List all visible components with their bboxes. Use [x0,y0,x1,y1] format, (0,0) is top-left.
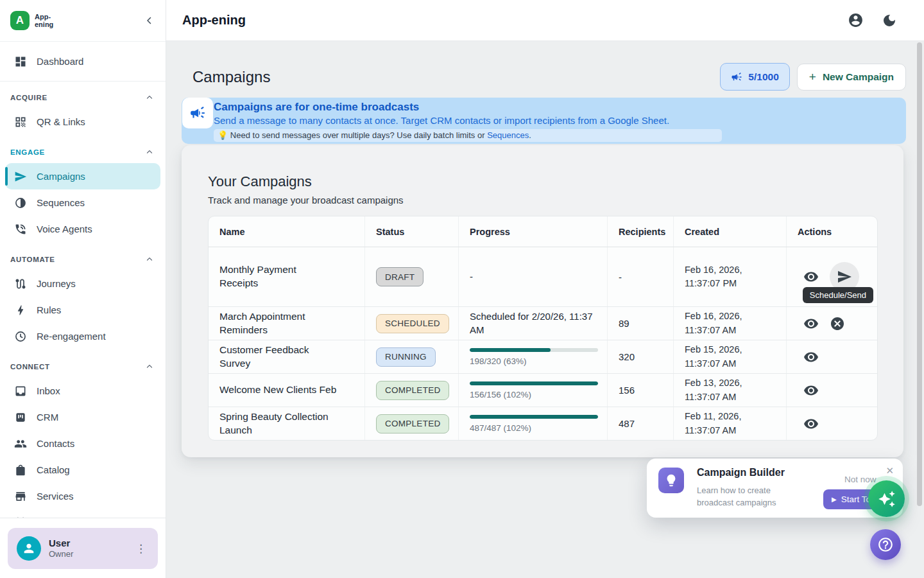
sequences-link[interactable]: Sequences [487,130,529,140]
campaign-quota-badge[interactable]: 5/1000 [720,63,789,91]
cancel-button[interactable] [830,316,845,331]
qr-code-icon [14,116,27,128]
shopping-bag-icon [14,464,27,477]
progress-bar [470,348,598,352]
progress-label: 156/156 (102%) [470,390,531,399]
progress-label: 198/320 (63%) [470,356,527,366]
megaphone-icon [731,71,742,83]
table-row: Welcome New Clients Feb COMPLETED 156/15… [209,373,877,407]
sidebar-item-label: Catalog [37,464,70,475]
status-badge: COMPLETED [376,414,449,434]
sidebar: A App-ening Dashboard ACQUIRE QR & Links… [0,0,166,578]
view-button[interactable] [803,316,819,331]
account-button[interactable] [848,12,864,28]
sidebar-item-dashboard[interactable]: Dashboard [5,48,160,74]
sidebar-item-crm[interactable]: CRM [5,404,160,430]
app-logo: A App-ening [10,11,53,30]
sidebar-item-appointments[interactable]: Appointments [5,509,160,518]
play-icon: ▶ [832,496,837,503]
eye-icon [803,349,819,365]
scrollbar-thumb[interactable] [917,42,922,506]
sidebar-item-label: Inbox [37,385,60,396]
progress-cell: 156/156 (102%) [459,374,608,407]
megaphone-icon [182,98,213,128]
progress-label: 487/487 (102%) [470,423,531,433]
sidebar-item-inbox[interactable]: Inbox [5,378,160,404]
user-menu-button[interactable]: ⋮ [133,541,149,557]
campaign-name: March Appointment Reminders [209,307,365,340]
sidebar-item-campaigns[interactable]: Campaigns [5,163,160,189]
cancel-icon [830,316,845,331]
table-header: Name Status Progress Recipients Created … [209,216,877,247]
popup-description: Learn how to create broadcast campaigns [697,485,800,509]
section-engage[interactable]: ENGAGE [0,143,166,163]
lightbulb-emoji: 💡 [218,130,228,140]
sidebar-item-services[interactable]: Services [5,483,160,509]
view-button[interactable] [803,416,819,432]
recipients-value: - [608,247,674,306]
progress-bar [470,381,598,385]
progress-bar [470,415,598,419]
ai-assistant-fab[interactable] [868,480,905,517]
user-card[interactable]: User Owner ⋮ [8,528,158,569]
phone-icon [14,223,27,236]
close-icon[interactable]: ✕ [886,465,894,477]
chevron-left-icon [144,15,155,26]
new-campaign-button[interactable]: + New Campaign [797,64,906,91]
sidebar-item-journeys[interactable]: Journeys [5,270,160,297]
popup-title: Campaign Builder [697,467,785,478]
sidebar-item-label: Re-engagement [37,331,106,342]
sidebar-item-qr-links[interactable]: QR & Links [5,109,160,135]
created-value: Feb 16, 2026,11:37:07 PM [674,247,787,306]
quota-text: 5/1000 [748,71,778,83]
section-acquire[interactable]: ACQUIRE [0,88,166,109]
campaign-name: Spring Beauty Collection Launch [209,407,365,440]
page-title: Campaigns [193,68,270,86]
sidebar-item-label: Dashboard [37,56,83,67]
status-badge: DRAFT [376,267,424,286]
view-button[interactable] [803,383,819,398]
recipients-value: 156 [608,374,674,407]
topbar: App-ening [166,0,924,41]
created-value: Feb 16, 2026,11:37:07 AM [674,307,787,340]
sidebar-header: A App-ening [0,0,166,41]
user-avatar [17,536,41,561]
info-banner: Campaigns are for one-time broadcasts Se… [182,98,906,144]
sidebar-item-label: QR & Links [37,116,85,127]
progress-value: Scheduled for 2/20/26, 11:37 AM [470,310,598,337]
sidebar-item-re-engagement[interactable]: Re-engagement [5,323,160,349]
created-value: Feb 13, 2026,11:37:07 AM [674,374,787,407]
campaign-builder-popup: Campaign Builder Learn how to create bro… [647,459,903,518]
sidebar-item-label: Sequences [37,197,85,208]
chevron-up-icon [145,148,154,157]
lightbulb-icon [658,468,684,493]
eye-icon [803,383,819,398]
progress-cell: 198/320 (63%) [459,340,608,373]
dark-mode-toggle[interactable] [882,13,897,28]
not-now-button[interactable]: Not now [844,475,877,484]
table-row: March Appointment Reminders SCHEDULED Sc… [209,306,877,340]
recipients-value: 320 [608,340,674,373]
sidebar-item-catalog[interactable]: Catalog [5,457,160,483]
table-row: Monthly Payment Receipts DRAFT - - Feb 1… [209,247,877,306]
question-mark-icon [877,536,894,553]
section-connect[interactable]: CONNECT [0,357,166,378]
sidebar-item-rules[interactable]: Rules [5,297,160,323]
sidebar-item-label: Contacts [37,438,74,449]
campaign-name: Monthly Payment Receipts [209,247,365,306]
table-row: Customer Feedback Survey RUNNING 198/320… [209,340,877,373]
view-button[interactable] [803,269,819,285]
view-button[interactable] [803,349,819,365]
sidebar-item-contacts[interactable]: Contacts [5,430,160,457]
tooltip: Schedule/Send [803,287,873,303]
dashboard-icon [14,55,27,68]
sidebar-item-sequences[interactable]: Sequences [5,189,160,216]
sidebar-collapse-button[interactable] [144,15,155,26]
storefront-icon [14,490,27,503]
sidebar-item-label: Services [37,491,74,502]
sidebar-item-voice-agents[interactable]: Voice Agents [5,216,160,242]
status-badge: COMPLETED [376,381,449,400]
help-fab[interactable] [870,529,901,560]
chevron-up-icon [145,362,154,371]
section-automate[interactable]: AUTOMATE [0,250,166,270]
